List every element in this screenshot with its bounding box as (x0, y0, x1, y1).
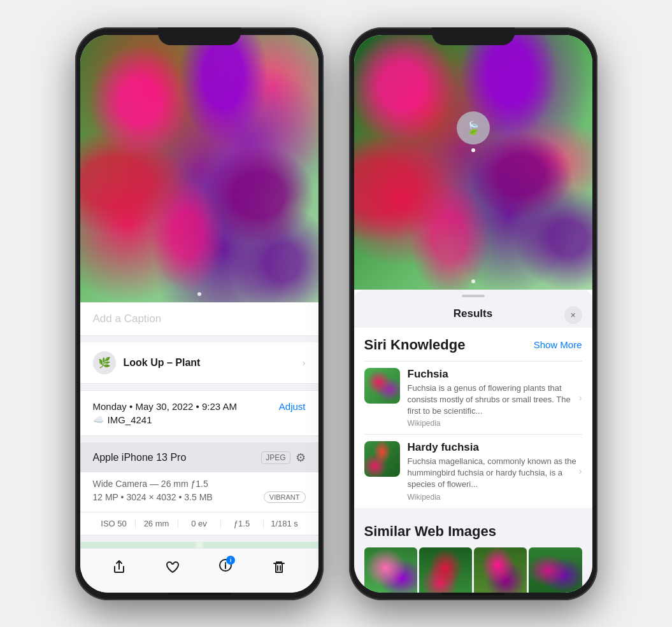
hardy-thumb-image (364, 441, 400, 477)
info-button[interactable]: i (218, 558, 232, 576)
left-screen: Add a Caption 🌿 Look Up – Plant › Monday… (80, 35, 318, 593)
jpeg-badge: JPEG (261, 451, 290, 464)
hardy-thumbnail (364, 441, 400, 477)
similar-section: Similar Web Images (354, 514, 592, 593)
similar-image-1[interactable] (364, 547, 417, 593)
sheet-header: Results × (354, 302, 592, 328)
hardy-source: Wikipedia (408, 493, 582, 502)
cloud-icon: ☁️ (93, 414, 104, 425)
date-section: Monday • May 30, 2022 • 9:23 AM Adjust ☁… (80, 390, 318, 436)
info-section: Add a Caption 🌿 Look Up – Plant › Monday… (80, 302, 318, 548)
siri-bubble[interactable]: 🍃 (457, 111, 490, 144)
page-dot (197, 292, 201, 296)
notch (158, 27, 241, 45)
info-badge: i (226, 556, 235, 565)
section-header: Siri Knowledge Show More (364, 337, 582, 353)
gear-icon[interactable]: ⚙ (296, 451, 306, 465)
caption-area[interactable]: Add a Caption (80, 302, 318, 336)
left-phone: Add a Caption 🌿 Look Up – Plant › Monday… (75, 27, 324, 600)
siri-icon: 🍃 (465, 120, 481, 136)
lookup-chevron-icon: › (303, 358, 306, 368)
photo-image-right[interactable]: 🍃 (354, 35, 592, 290)
toolbar: i (80, 548, 318, 593)
right-phone: 🍃 Results × Siri Knowledge Show More (349, 27, 597, 600)
iso-text: ISO 50 (93, 519, 136, 528)
vibrant-badge: VIBRANT (264, 491, 306, 503)
sheet-title: Results (454, 307, 492, 320)
camera-header: Apple iPhone 13 Pro JPEG ⚙ (80, 443, 318, 472)
knowledge-card-hardy[interactable]: Hardy fuchsia Fuchsia magellanica, commo… (364, 434, 582, 508)
map-preview[interactable] (80, 542, 318, 548)
camera-section: Apple iPhone 13 Pro JPEG ⚙ Wide Camera —… (80, 442, 318, 535)
hardy-chevron-icon: › (579, 466, 582, 476)
similar-image-3[interactable] (474, 547, 527, 593)
camera-model: Apple iPhone 13 Pro (93, 452, 187, 463)
megapixels-row: 12 MP • 3024 × 4032 • 3.5 MB VIBRANT (93, 491, 306, 503)
heart-button[interactable] (166, 560, 180, 574)
knowledge-card-fuchsia[interactable]: Fuchsia Fuchsia is a genus of flowering … (364, 361, 582, 435)
page-dot-right (471, 279, 475, 283)
flower-overlay-right (354, 35, 592, 290)
hardy-desc: Fuchsia magellanica, commonly known as t… (408, 456, 582, 491)
right-screen: 🍃 Results × Siri Knowledge Show More (354, 35, 592, 593)
fuchsia-thumb-image (364, 368, 400, 404)
share-button[interactable] (112, 560, 126, 574)
hardy-text: Hardy fuchsia Fuchsia magellanica, commo… (408, 441, 582, 502)
photo-image[interactable] (80, 35, 318, 302)
siri-knowledge-section: Siri Knowledge Show More Fuchsia Fuchsia… (354, 328, 592, 508)
exif-row: ISO 50 26 mm 0 ev ƒ1.5 1/181 s (80, 512, 318, 535)
wide-camera-text: Wide Camera — 26 mm ƒ1.5 (93, 479, 306, 489)
results-sheet[interactable]: Results × Siri Knowledge Show More (354, 290, 592, 593)
adjust-button[interactable]: Adjust (279, 401, 306, 412)
lookup-icon: 🌿 (93, 351, 116, 374)
fuchsia-chevron-icon: › (579, 393, 582, 403)
trash-button[interactable] (272, 560, 286, 574)
aperture-text: ƒ1.5 (221, 519, 264, 528)
home-bar (168, 593, 231, 595)
similar-image-2[interactable] (419, 547, 472, 593)
lookup-label: Look Up – Plant (124, 357, 201, 369)
fuchsia-text: Fuchsia Fuchsia is a genus of flowering … (408, 368, 582, 428)
fuchsia-name: Fuchsia (408, 368, 582, 381)
hardy-name: Hardy fuchsia (408, 441, 582, 454)
similar-images-row (364, 547, 582, 593)
shutter-text: 1/181 s (264, 519, 306, 528)
similar-title: Similar Web Images (364, 523, 582, 540)
sheet-handle (462, 295, 485, 297)
home-bar-right (441, 593, 505, 595)
siri-dot (471, 148, 475, 152)
date-text: Monday • May 30, 2022 • 9:23 AM (93, 401, 237, 412)
fuchsia-source: Wikipedia (408, 419, 582, 428)
lookup-row[interactable]: 🌿 Look Up – Plant › (80, 342, 318, 384)
similar-image-4[interactable] (529, 547, 582, 593)
close-button[interactable]: × (564, 306, 582, 324)
caption-placeholder[interactable]: Add a Caption (93, 313, 162, 325)
camera-badges: JPEG ⚙ (261, 451, 305, 465)
show-more-button[interactable]: Show More (534, 339, 582, 350)
ev-text: 0 ev (178, 519, 221, 528)
flower-overlay (80, 35, 318, 302)
siri-knowledge-title: Siri Knowledge (364, 337, 466, 353)
fuchsia-thumbnail (364, 368, 400, 404)
camera-details: Wide Camera — 26 mm ƒ1.5 12 MP • 3024 × … (80, 472, 318, 512)
filename-text: IMG_4241 (108, 414, 152, 425)
map-roads (80, 542, 318, 548)
notch-right (432, 27, 515, 45)
fuchsia-desc: Fuchsia is a genus of flowering plants t… (408, 383, 582, 418)
focal-text: 26 mm (136, 519, 178, 528)
